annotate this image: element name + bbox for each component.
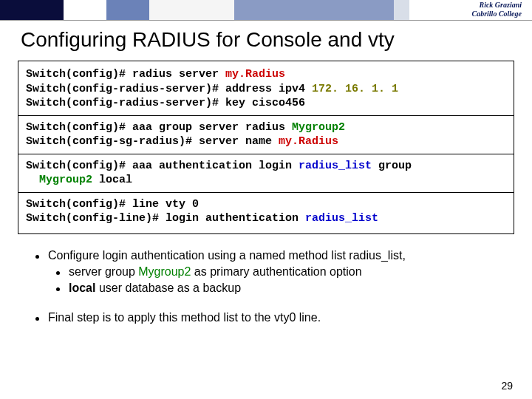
bullet-icon [56,287,60,291]
header-banner: Rick Graziani Cabrillo College [0,0,532,21]
bullet-icon [56,271,60,275]
list-item: server group Mygroup2 as primary authent… [56,265,505,279]
page-title: Configuring RADIUS for Console and vty [0,21,532,61]
list-item: local user database as a backup [56,282,505,295]
cli-config-box: Switch(config)# radius server my.Radius … [18,61,514,234]
bullet-icon [35,317,39,321]
code-line: Switch(config-line)# login authenticatio… [26,211,506,226]
code-line: Switch(config-sg-radius)# server name my… [26,134,506,149]
page-number: 29 [501,380,513,392]
list-item: Final step is to apply this method list … [35,311,505,324]
bullet-list: Configure login authentication using a n… [35,249,505,324]
code-line: Switch(config-radius-server)# address ip… [26,82,506,97]
school-name: Cabrillo College [472,10,522,18]
code-line: Switch(config-radius-server)# key cisco4… [26,96,506,111]
code-line: Switch(config)# aaa group server radius … [26,120,506,135]
bullet-icon [35,255,39,259]
code-line: Switch(config)# radius server my.Radius [26,67,506,82]
divider [18,115,514,116]
author-name: Rick Graziani [479,1,522,9]
code-line: Switch(config)# aaa authentication login… [26,159,506,174]
list-item: Configure login authentication using a n… [35,249,505,262]
divider [18,192,514,193]
divider [18,154,514,154]
code-line: Switch(config)# line vty 0 [26,197,506,212]
code-line: Mygroup2 local [26,173,506,188]
